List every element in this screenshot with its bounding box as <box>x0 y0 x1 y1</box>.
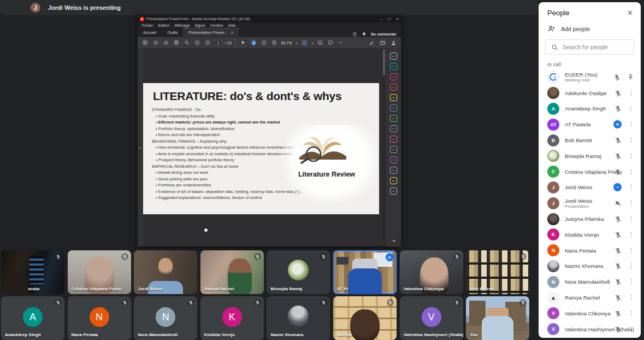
video-tile[interactable]: VValentina Haxhiymeri (Xhafa) <box>400 296 463 340</box>
participant-menu-icon[interactable]: ⋮ <box>628 247 634 254</box>
more-tools-icon[interactable] <box>338 39 344 46</box>
close-icon[interactable]: ✕ <box>627 9 633 17</box>
organize-pages-tool-icon[interactable]: ▪ <box>390 115 397 122</box>
video-tile[interactable]: You <box>466 296 529 340</box>
video-tile[interactable]: KKlotilda Vrenjo <box>200 296 264 340</box>
video-tile[interactable]: NNana Pertaia <box>68 296 131 340</box>
measure-tool-icon[interactable]: ▪ <box>390 177 397 184</box>
participant-row[interactable]: JJordi Weiss⋮ <box>539 180 641 196</box>
minimize-button[interactable]: – <box>380 16 382 21</box>
participant-menu-icon[interactable]: ⋮ <box>628 105 634 112</box>
tab-outils[interactable]: Outils <box>162 28 183 37</box>
combine-files-tool-icon[interactable]: ▪ <box>390 104 397 112</box>
select-tool-icon[interactable] <box>240 39 246 46</box>
video-tile[interactable]: Jordi Weiss <box>134 250 197 294</box>
next-page-icon[interactable] <box>204 39 211 46</box>
hand-tool-icon[interactable] <box>250 39 257 46</box>
page-thumbnails-icon[interactable] <box>142 39 149 46</box>
page-number-input[interactable]: 3 <box>215 40 221 46</box>
fit-width-icon[interactable] <box>301 39 308 46</box>
tab-close-icon[interactable]: × <box>231 30 233 35</box>
previous-page-icon[interactable] <box>194 39 200 46</box>
certificates-tool-icon[interactable]: ▪ <box>390 167 397 174</box>
video-tile[interactable]: Bob Barrett <box>466 250 529 294</box>
participant-menu-icon[interactable]: ⋮ <box>628 215 634 222</box>
acrobat-title-bar[interactable]: A Présentation PowerPoint - Adobe Acroba… <box>138 15 401 22</box>
export-pdf-tool-icon[interactable]: ▪ <box>390 63 397 70</box>
zoom-out-icon[interactable] <box>261 39 267 46</box>
close-button[interactable]: × <box>396 16 399 21</box>
menu-edition[interactable]: Edition <box>158 24 169 27</box>
print-icon[interactable] <box>173 39 180 46</box>
participant-row[interactable]: NNana Pertaia⋮ <box>539 243 641 259</box>
zoom-dropdown-icon[interactable]: ▾ <box>296 41 297 45</box>
tab-accueil[interactable]: Accueil <box>138 28 162 37</box>
maximize-button[interactable]: □ <box>388 16 391 21</box>
comment-tool-icon[interactable]: ▪ <box>390 94 397 101</box>
video-tile[interactable]: AT Paatela <box>333 250 397 294</box>
left-panel-handle[interactable]: ▸ <box>138 48 143 247</box>
participant-menu-icon[interactable]: ⋮ <box>628 294 634 301</box>
participant-menu-icon[interactable]: ⋮ <box>628 200 634 207</box>
edit-pdf-tool-icon[interactable]: ▪ <box>390 84 397 91</box>
add-people-button[interactable]: Add people <box>539 20 641 37</box>
find-icon[interactable] <box>184 39 190 46</box>
participant-menu-icon[interactable]: ⋮ <box>628 326 634 333</box>
participant-row[interactable]: Nazmi Xhomara⋮ <box>539 259 641 274</box>
video-tile[interactable]: Nazmi Xhomara <box>267 296 330 340</box>
more-tools-tool-icon[interactable]: ▪ <box>390 187 397 195</box>
video-tile[interactable]: Brisejda Ramaj <box>267 250 330 294</box>
document-canvas[interactable]: LITERATURE: do's & dont's & whys STANDAR… <box>143 48 382 247</box>
video-tile[interactable]: Cristina Vilaplana Prieto <box>68 250 131 294</box>
video-tile[interactable]: Justyna Pilarska <box>1 250 64 294</box>
account-icon[interactable] <box>390 39 397 46</box>
participant-menu-icon[interactable]: ⋮ <box>628 278 634 285</box>
presentation-mode-icon[interactable] <box>317 39 323 46</box>
fill-sign-tool-icon[interactable]: ▪ <box>390 136 397 143</box>
video-tile[interactable]: AAnantdeep Singh <box>1 296 64 340</box>
pin-icon[interactable] <box>627 74 634 81</box>
menu-affichage[interactable]: Affichage <box>174 24 190 27</box>
fit-dropdown-icon[interactable]: ▾ <box>311 41 313 45</box>
participant-row[interactable]: NNora Mamulaishvili⋮ <box>539 274 641 290</box>
collapse-pane-icon[interactable]: ⇥ <box>392 238 395 243</box>
menu-signer[interactable]: Signer <box>194 24 205 27</box>
comment-bubble-icon[interactable] <box>327 39 334 46</box>
notifications-bell-icon[interactable] <box>362 32 367 37</box>
participant-row[interactable]: CCristina Vilaplana Prieto⋮ <box>539 164 641 180</box>
sign-in-button[interactable]: Se connecter <box>371 32 397 37</box>
participant-row[interactable]: ATAT Paatela⋮ <box>539 116 641 132</box>
participant-row[interactable]: BBob Barrett⋮ <box>539 132 641 148</box>
create-pdf-tool-icon[interactable]: ▪ <box>390 73 397 80</box>
help-icon[interactable] <box>352 32 357 37</box>
participant-row[interactable]: Ramya Rachel⋮ <box>539 290 641 306</box>
tab-document[interactable]: Présentation Power... × <box>183 28 239 37</box>
video-tile[interactable]: NNora Mamulaishvili <box>134 296 197 340</box>
fill-sign-icon[interactable] <box>368 39 375 46</box>
protect-tool-icon[interactable]: ▪ <box>390 146 397 153</box>
menu-fentre[interactable]: Fenêtre <box>210 24 223 27</box>
participant-menu-icon[interactable]: ⋮ <box>628 184 634 191</box>
participant-row[interactable]: EUSER (You)Meeting host <box>539 69 641 85</box>
video-tile[interactable]: Adekunle Osidipe <box>333 296 397 340</box>
stamp-tool-icon[interactable]: ▪ <box>390 156 397 163</box>
search-input[interactable]: Search for people <box>545 39 634 55</box>
video-tile[interactable]: Valentina Chkoniya <box>400 250 463 294</box>
zoom-level[interactable]: 66,7% <box>281 41 292 45</box>
participant-menu-icon[interactable]: ⋮ <box>628 310 634 317</box>
zoom-in-icon[interactable] <box>271 39 277 46</box>
participant-menu-icon[interactable]: ⋮ <box>628 121 634 128</box>
participant-row[interactable]: AAnantdeep Singh⋮ <box>539 101 641 117</box>
compress-pdf-tool-icon[interactable]: ▪ <box>390 125 397 132</box>
video-tile[interactable]: Ramya Rachel <box>200 250 264 294</box>
participant-menu-icon[interactable]: ⋮ <box>628 168 634 175</box>
participant-menu-icon[interactable]: ⋮ <box>628 137 634 144</box>
menu-fichier[interactable]: Fichier <box>142 24 153 27</box>
participant-row[interactable]: VValentina Haxhiymeri (Xhafa)⋮ <box>539 321 641 337</box>
participant-row[interactable]: VValentina Chkoniya⋮ <box>539 306 641 321</box>
participant-row[interactable]: Adekunle Osidipe⋮ <box>539 85 641 101</box>
cloud-upload-icon[interactable] <box>163 39 169 46</box>
participant-menu-icon[interactable]: ⋮ <box>628 90 634 97</box>
participant-row[interactable]: Justyna Pilarska⋮ <box>539 211 641 227</box>
search-tool-icon[interactable]: ▪ <box>390 52 397 60</box>
